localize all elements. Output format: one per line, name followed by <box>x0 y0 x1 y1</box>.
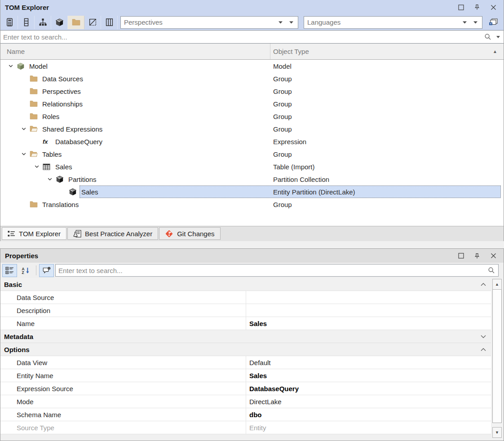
explorer-search-input[interactable] <box>0 33 504 41</box>
explorer-search-row <box>0 30 504 44</box>
close-button[interactable] <box>489 3 497 11</box>
property-row-entity-name: Entity Name Sales <box>0 369 491 382</box>
tom-explorer-panel: TOM Explorer Perspectives <box>0 0 504 241</box>
tree-row-shared-expressions[interactable]: Shared Expressions Group <box>0 123 504 135</box>
property-value[interactable] <box>246 304 491 317</box>
tab-tom-explorer[interactable]: TOM Explorer <box>2 227 66 240</box>
maximize-button[interactable] <box>457 252 465 260</box>
show-measures-button[interactable] <box>1 16 18 29</box>
property-value[interactable]: dbo <box>246 408 491 421</box>
app-window: TOM Explorer Perspectives <box>0 0 504 441</box>
tree-row-databasequery[interactable]: fx DatabaseQuery Expression <box>0 135 504 148</box>
tree-row-perspectives[interactable]: Perspectives Group <box>0 85 504 97</box>
folder-icon <box>30 100 40 107</box>
panel-tabstrip: TOM Explorer Best Practice Analyzer Git … <box>0 226 504 241</box>
chevron-down-icon[interactable] <box>31 164 43 169</box>
show-description-button[interactable] <box>39 264 54 277</box>
chevron-down-icon[interactable] <box>18 126 30 132</box>
property-value[interactable] <box>246 291 491 304</box>
tree-list-icon <box>8 230 15 237</box>
property-value[interactable]: DirectLake <box>246 395 491 408</box>
maximize-button[interactable] <box>457 3 465 11</box>
description-bubble-icon <box>42 267 51 274</box>
properties-window-buttons <box>457 252 497 260</box>
tab-git-changes[interactable]: Git Changes <box>159 227 220 240</box>
chevron-down-icon[interactable] <box>44 176 56 182</box>
analyzer-icon <box>73 230 81 238</box>
tree-row-sales-table[interactable]: Sales Table (Import) <box>0 160 504 173</box>
column-header-object-type[interactable]: Object Type <box>270 44 504 59</box>
model-tree: Model Model Data Sources Group Perspecti… <box>0 60 504 211</box>
explorer-title: TOM Explorer <box>5 4 457 11</box>
perspectives-combobox[interactable]: Perspectives <box>120 16 298 29</box>
tree-row-partitions[interactable]: Partitions Partition Collection <box>0 173 504 185</box>
sort-ascending-icon: ▲ <box>493 49 497 54</box>
triangle-down-icon: ▼ <box>495 430 499 435</box>
scroll-up-button[interactable]: ▲ <box>492 279 502 290</box>
properties-title: Properties <box>5 252 457 260</box>
property-grid: Basic Data Source Description Name Sales… <box>0 278 504 441</box>
property-value[interactable]: Sales <box>246 317 491 330</box>
folder-icon <box>30 201 40 208</box>
folder-icon <box>30 113 40 120</box>
tree-row-data-sources[interactable]: Data Sources Group <box>0 72 504 85</box>
pin-button[interactable] <box>473 252 481 260</box>
properties-toolbar: AZ <box>0 263 504 278</box>
svg-text:Z: Z <box>22 270 24 274</box>
tree-row-sales-partition-selected[interactable]: Sales Entity Partition (DirectLake) <box>0 185 504 198</box>
close-icon <box>491 253 496 259</box>
tree-row-relationships[interactable]: Relationships Group <box>0 97 504 110</box>
properties-search-input[interactable] <box>56 267 498 274</box>
property-value[interactable]: Default <box>246 356 491 369</box>
categorized-view-button[interactable] <box>2 264 17 277</box>
scroll-down-button[interactable]: ▼ <box>492 427 502 438</box>
show-columns-button[interactable] <box>18 16 35 29</box>
chevron-down-icon <box>463 21 467 24</box>
properties-panel: Properties AZ Basic Data Source <box>0 248 504 441</box>
calculator-icon <box>5 18 14 26</box>
scrollbar[interactable]: ▲ ▼ <box>492 279 502 438</box>
tab-best-practice-analyzer[interactable]: Best Practice Analyzer <box>67 227 158 240</box>
languages-placeholder: Languages <box>307 18 340 26</box>
cube-icon <box>55 18 64 26</box>
tree-row-roles[interactable]: Roles Group <box>0 110 504 123</box>
property-row-data-source: Data Source <box>0 291 491 304</box>
show-column-view-button[interactable] <box>101 16 118 29</box>
pin-button[interactable] <box>473 3 481 11</box>
show-hidden-button[interactable] <box>84 16 101 29</box>
close-button[interactable] <box>489 252 497 260</box>
category-header-options[interactable]: Options <box>0 343 491 356</box>
property-row-expression-source: Expression Source DatabaseQuery <box>0 382 491 395</box>
alphabetical-sort-button[interactable]: AZ <box>18 264 33 277</box>
tree-row-tables[interactable]: Tables Group <box>0 148 504 160</box>
property-value[interactable]: DatabaseQuery <box>246 382 491 395</box>
category-header-metadata[interactable]: Metadata <box>0 330 491 343</box>
chevron-down-icon[interactable] <box>5 63 17 69</box>
chevron-up-icon <box>480 282 486 287</box>
scrollbar-thumb[interactable] <box>492 290 502 423</box>
languages-combobox[interactable]: Languages <box>304 16 482 29</box>
tree-row-model[interactable]: Model Model <box>0 60 504 72</box>
tree-row-translations[interactable]: Translations Group <box>0 198 504 211</box>
property-value[interactable]: Sales <box>246 369 491 382</box>
chevron-down-icon <box>289 21 293 24</box>
fx-expression-icon: fx <box>43 138 53 145</box>
category-header-basic[interactable]: Basic <box>0 278 491 291</box>
sort-az-icon: AZ <box>22 267 30 274</box>
partition-icon <box>56 176 66 183</box>
window-list-button[interactable] <box>486 16 500 29</box>
chevron-down-icon[interactable] <box>18 151 30 157</box>
folder-icon <box>30 75 40 82</box>
show-hierarchies-button[interactable] <box>35 16 51 29</box>
magnifier-icon <box>484 33 491 40</box>
property-row-mode: Mode DirectLake <box>0 395 491 408</box>
show-folders-button[interactable] <box>68 16 84 29</box>
chevron-down-icon <box>480 335 486 339</box>
explorer-toolbar: Perspectives Languages <box>0 14 504 30</box>
partition-icon <box>69 188 80 196</box>
show-partitions-button[interactable] <box>51 16 68 29</box>
scrollbar-track[interactable] <box>492 423 502 427</box>
column-header-name[interactable]: Name <box>0 44 270 59</box>
chevron-down-icon <box>279 21 283 24</box>
search-options-dropdown[interactable] <box>496 36 500 38</box>
